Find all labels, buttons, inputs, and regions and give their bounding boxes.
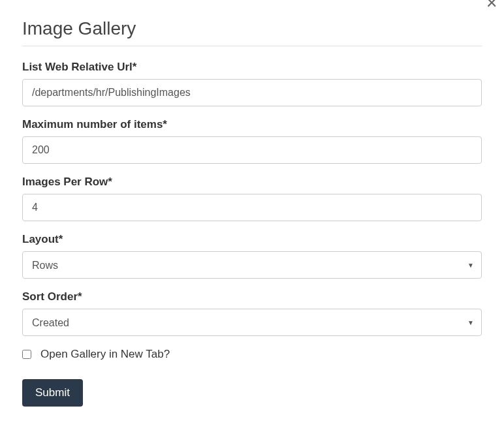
field-layout: Layout* Rows ▼ [22, 233, 482, 279]
page-title: Image Gallery [22, 18, 482, 46]
submit-button[interactable]: Submit [22, 379, 83, 407]
label-max-items: Maximum number of items* [22, 118, 482, 131]
input-max-items[interactable] [22, 136, 482, 164]
field-url: List Web Relative Url* [22, 61, 482, 106]
select-sort-order[interactable]: Created [22, 309, 482, 336]
checkbox-new-tab[interactable] [22, 350, 31, 359]
field-max-items: Maximum number of items* [22, 118, 482, 164]
field-sort-order: Sort Order* Created ▼ [22, 290, 482, 336]
select-layout[interactable]: Rows [22, 251, 482, 279]
field-per-row: Images Per Row* [22, 176, 482, 221]
form-panel: Image Gallery List Web Relative Url* Max… [0, 0, 504, 429]
close-icon[interactable]: ✕ [486, 0, 497, 10]
label-url: List Web Relative Url* [22, 61, 482, 74]
field-new-tab: Open Gallery in New Tab? [22, 348, 482, 361]
input-url[interactable] [22, 79, 482, 106]
label-layout: Layout* [22, 233, 482, 246]
input-per-row[interactable] [22, 194, 482, 221]
label-per-row: Images Per Row* [22, 176, 482, 189]
label-new-tab[interactable]: Open Gallery in New Tab? [40, 348, 170, 361]
label-sort-order: Sort Order* [22, 290, 482, 303]
